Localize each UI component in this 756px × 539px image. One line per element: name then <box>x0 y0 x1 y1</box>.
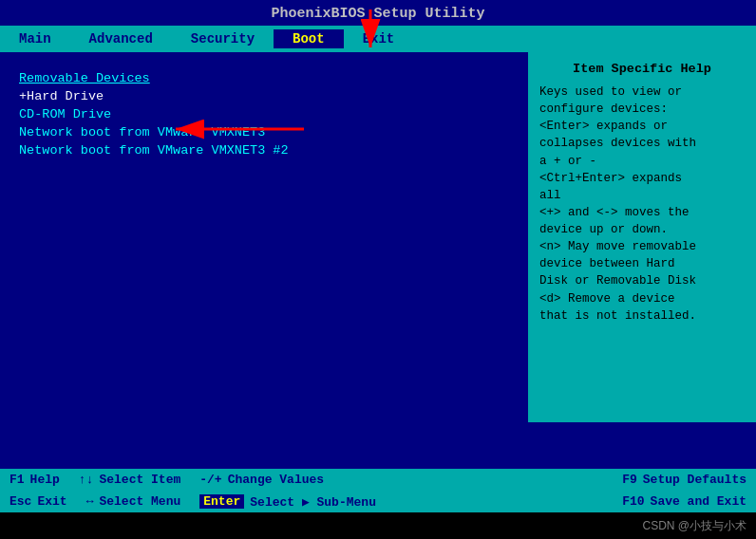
credit-text: CSDN @小技与小术 <box>642 518 747 534</box>
label-changevalues: Change Values <box>228 473 324 487</box>
key-enter: Enter <box>199 494 244 509</box>
key-f10: F10 <box>622 494 644 509</box>
status-cell-updown: ↑↓ Select Item <box>69 473 190 487</box>
menu-item-exit[interactable]: Exit <box>344 29 414 48</box>
boot-item-removable[interactable]: Removable Devices <box>19 69 509 87</box>
status-cell-leftright: ↔ Select Menu <box>77 494 191 509</box>
title-bar: PhoenixBIOS Setup Utility <box>0 0 756 26</box>
credit-bar: CSDN @小技与小术 <box>0 512 756 539</box>
status-cell-esc: Esc Exit <box>0 494 77 509</box>
bios-screen: PhoenixBIOS Setup Utility Main Advanced … <box>0 0 756 512</box>
status-cell-plusminus: -/+ Change Values <box>190 473 333 487</box>
menu-item-advanced[interactable]: Advanced <box>70 29 172 48</box>
help-panel: Item Specific Help Keys used to view or … <box>528 52 756 422</box>
key-updown: ↑↓ <box>79 473 94 487</box>
status-row-2: Esc Exit ↔ Select Menu Enter Select ▶ Su… <box>0 491 756 512</box>
status-cell-f1: F1 Help <box>0 473 69 487</box>
status-cell-f9: F9 Setup Defaults <box>613 473 756 487</box>
label-selectitem: Select Item <box>99 473 180 487</box>
key-f9: F9 <box>622 473 637 487</box>
status-row-1: F1 Help ↑↓ Select Item -/+ Change Values… <box>0 469 756 491</box>
status-cell-f10: F10 Save and Exit <box>613 494 756 509</box>
menu-item-main[interactable]: Main <box>0 29 70 48</box>
label-setupdefaults: Setup Defaults <box>643 473 747 487</box>
label-exit: Exit <box>37 494 66 509</box>
boot-item-network1[interactable]: Network boot from VMware VMXNET3 <box>19 123 509 141</box>
label-selectmenu: Select Menu <box>99 494 180 509</box>
key-leftright: ↔ <box>86 494 94 509</box>
help-text: Keys used to view or configure devices: … <box>539 84 745 325</box>
boot-item-network2[interactable]: Network boot from VMware VMXNET3 #2 <box>19 141 509 159</box>
boot-panel: Removable Devices +Hard Drive CD-ROM Dri… <box>0 52 528 422</box>
help-title: Item Specific Help <box>539 62 745 76</box>
menu-bar: Main Advanced Security Boot Exit <box>0 26 756 52</box>
content-area: Removable Devices +Hard Drive CD-ROM Dri… <box>0 52 756 422</box>
key-f1: F1 <box>9 473 25 487</box>
label-help: Help <box>30 473 60 487</box>
status-cell-enter: Enter Select ▶ Sub-Menu <box>190 494 386 510</box>
status-bar: F1 Help ↑↓ Select Item -/+ Change Values… <box>0 469 756 512</box>
bios-title: PhoenixBIOS Setup Utility <box>271 6 484 22</box>
menu-item-boot[interactable]: Boot <box>274 29 344 48</box>
key-plusminus: -/+ <box>199 473 221 487</box>
label-saveexit: Save and Exit <box>651 494 747 509</box>
key-esc: Esc <box>9 494 31 509</box>
boot-item-harddrive[interactable]: +Hard Drive <box>19 87 509 105</box>
label-submenu: Select ▶ Sub-Menu <box>250 494 376 510</box>
menu-item-security[interactable]: Security <box>172 29 274 48</box>
boot-item-cdrom[interactable]: CD-ROM Drive <box>19 105 509 123</box>
